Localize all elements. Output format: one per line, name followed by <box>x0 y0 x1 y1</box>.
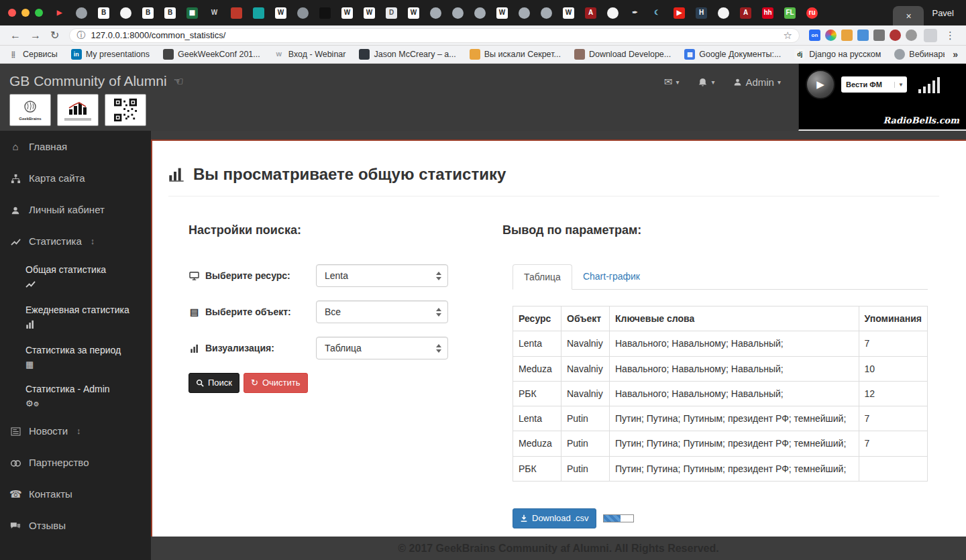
site-title[interactable]: GB Community of Alumni ☜ <box>9 73 184 89</box>
browser-tab[interactable]: B <box>98 7 109 19</box>
browser-tab[interactable]: ☾ <box>651 7 663 19</box>
sidebar-item-news[interactable]: Новости ↕ <box>0 415 151 447</box>
extension-icon[interactable] <box>857 30 869 41</box>
browser-tab[interactable]: W <box>364 7 375 19</box>
radio-brand[interactable]: RadioBells.com <box>883 115 959 125</box>
sidebar-item-partnership[interactable]: Партнерство <box>0 447 151 478</box>
bookmark-item[interactable]: WВход - Webinar <box>274 49 346 60</box>
sidebar-item-account[interactable]: Личный кабинет <box>0 194 151 225</box>
browser-tab[interactable]: hh <box>762 7 773 19</box>
browser-tab[interactable]: ■ <box>231 7 242 19</box>
browser-tab[interactable] <box>718 7 729 19</box>
browser-tab[interactable]: ▶ <box>674 7 685 19</box>
close-tab-icon[interactable]: × <box>906 11 911 21</box>
back-button[interactable]: ← <box>10 30 21 42</box>
bookmark-item[interactable]: ⣿Сервисы <box>8 49 58 60</box>
browser-tab[interactable]: W <box>275 7 286 19</box>
browser-tab[interactable]: B <box>164 7 176 19</box>
browser-tab[interactable] <box>120 7 131 19</box>
radio-play-button[interactable]: ▶ <box>806 70 835 99</box>
bookmarks-overflow-icon[interactable]: » <box>953 49 958 60</box>
active-tab[interactable]: × <box>893 6 924 25</box>
bookmark-item[interactable]: ▤Google Документы:... <box>684 49 781 60</box>
volume-bars[interactable] <box>918 76 940 93</box>
browser-profile-name[interactable]: Pavel <box>932 8 954 18</box>
visualization-select[interactable]: Таблица <box>316 337 448 359</box>
browser-tab[interactable]: ✒ <box>629 7 641 19</box>
sidebar-item-contacts[interactable]: ☎ Контакты <box>0 478 151 510</box>
browser-avatar[interactable] <box>924 29 937 42</box>
browser-tab[interactable]: ▦ <box>186 7 198 19</box>
sidebar-item-statistics[interactable]: Статистика ↕ <box>0 225 151 257</box>
bookmark-item[interactable]: Jason McCreary – a... <box>359 49 455 60</box>
sidebar-item-home[interactable]: ⌂ Главная <box>0 131 151 162</box>
site-info-icon[interactable]: ⓘ <box>76 30 85 42</box>
extension-icon[interactable] <box>825 30 837 41</box>
extension-icon[interactable] <box>890 30 901 41</box>
reload-button[interactable]: ↻ <box>50 29 59 42</box>
bookmark-item[interactable]: inMy presentations <box>71 49 150 60</box>
browser-tab[interactable]: W <box>408 7 419 19</box>
browser-tab[interactable]: B <box>142 7 154 19</box>
browser-tab[interactable] <box>430 7 441 19</box>
bookmark-star-icon[interactable]: ☆ <box>784 30 792 42</box>
extension-icon[interactable] <box>873 30 885 41</box>
address-bar[interactable]: ⓘ 127.0.0.1:8000/common_statistics/ ☆ <box>69 28 800 43</box>
browser-menu-icon[interactable]: ⋮ <box>945 30 955 42</box>
messages-menu[interactable]: ✉ ▾ <box>664 76 680 88</box>
browser-tab[interactable]: W <box>341 7 353 19</box>
tab-chart[interactable]: Chart-график <box>572 264 651 289</box>
sidebar-subitem-common-statistics[interactable]: Общая статистика <box>0 257 151 297</box>
browser-tab[interactable]: FL <box>784 7 796 19</box>
expand-icon[interactable]: ↕ <box>91 236 95 246</box>
extension-icon[interactable]: on <box>809 30 820 41</box>
bookmark-item[interactable]: GeekWeekConf 201... <box>163 49 260 60</box>
search-button[interactable]: Поиск <box>189 373 239 393</box>
clear-button[interactable]: ↻ Очистить <box>244 373 308 393</box>
browser-tab[interactable]: H <box>696 7 707 19</box>
geekbrains-logo[interactable]: GeekBrains <box>9 94 51 126</box>
tab-table[interactable]: Таблица <box>513 264 572 290</box>
browser-tab[interactable]: D <box>386 7 397 19</box>
bookmark-item[interactable]: Вебинары | GeekBr... <box>894 49 945 60</box>
browser-tab[interactable]: W <box>209 7 220 19</box>
close-window-button[interactable] <box>8 9 16 17</box>
browser-tab[interactable] <box>452 7 464 19</box>
browser-tab[interactable]: ■ <box>319 7 331 19</box>
forward-button[interactable]: → <box>30 30 41 42</box>
sidebar-item-reviews[interactable]: Отзывы <box>0 510 151 541</box>
extension-icon[interactable] <box>906 30 917 41</box>
bookmark-item[interactable]: Вы искали Секрет... <box>470 49 561 60</box>
bookmark-item[interactable]: Download Develope... <box>574 49 671 60</box>
download-csv-button[interactable]: Download .csv <box>513 508 596 528</box>
browser-tab[interactable]: ▶ <box>54 7 65 19</box>
browser-tab[interactable] <box>474 7 486 19</box>
sidebar-subitem-admin-statistics[interactable]: Статистика - Admin ⚙⚙ <box>0 376 151 415</box>
resource-select[interactable]: Lenta <box>316 264 448 287</box>
browser-tab[interactable] <box>297 7 309 19</box>
extension-icon[interactable] <box>841 30 853 41</box>
bookmark-item[interactable]: djDjango на русском <box>794 49 881 60</box>
statistics-logo[interactable] <box>57 94 99 126</box>
sidebar-item-sitemap[interactable]: Карта сайта <box>0 162 151 194</box>
sidebar-subitem-daily-statistics[interactable]: Ежедневная статистика <box>0 297 151 337</box>
minimize-window-button[interactable] <box>21 9 30 17</box>
radio-station-select[interactable]: Вести ФМ ▼ <box>841 76 907 93</box>
admin-menu[interactable]: Admin ▾ <box>733 76 781 88</box>
browser-tab[interactable] <box>519 7 530 19</box>
browser-tab[interactable]: A <box>740 7 751 19</box>
qr-code-logo[interactable] <box>105 94 146 126</box>
browser-tab[interactable]: ru <box>806 7 818 19</box>
browser-tab[interactable]: A <box>585 7 596 19</box>
browser-tab[interactable] <box>253 7 264 19</box>
sidebar-subitem-period-statistics[interactable]: Статистика за период ▦ <box>0 337 151 376</box>
object-select[interactable]: Все <box>316 300 448 323</box>
browser-tab[interactable]: W <box>563 7 574 19</box>
browser-tab[interactable]: W <box>496 7 508 19</box>
browser-tab[interactable] <box>607 7 619 19</box>
notifications-menu[interactable]: ▾ <box>698 77 714 87</box>
zoom-window-button[interactable] <box>35 9 43 17</box>
browser-tab[interactable] <box>76 7 87 19</box>
expand-icon[interactable]: ↕ <box>76 426 81 436</box>
browser-tab[interactable] <box>541 7 552 19</box>
